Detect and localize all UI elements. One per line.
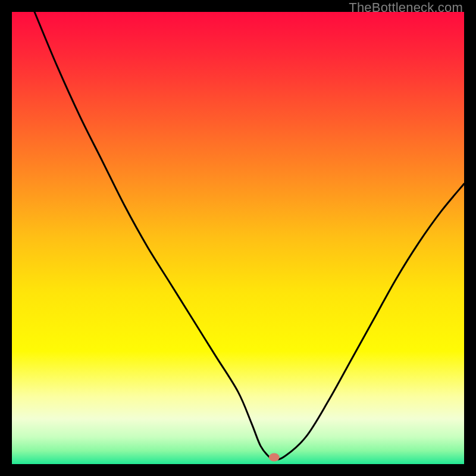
marker-dot: [269, 453, 280, 462]
watermark-text: TheBottleneck.com: [349, 0, 463, 15]
gradient-background: [12, 12, 464, 464]
chart-frame: [12, 12, 464, 464]
bottleneck-chart: [12, 12, 464, 464]
